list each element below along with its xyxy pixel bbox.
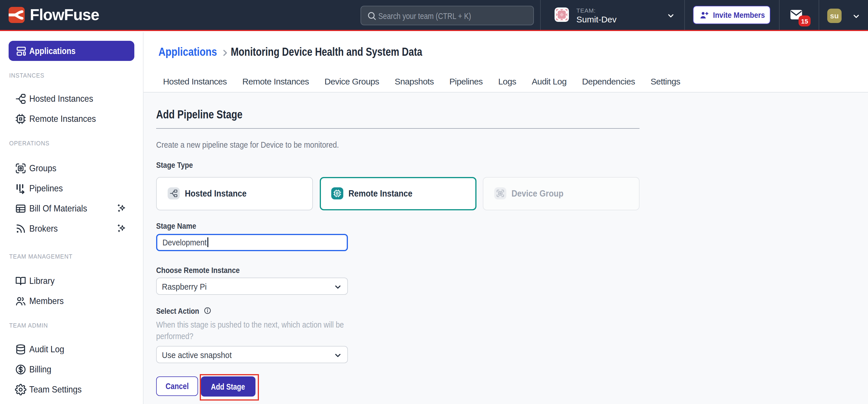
sidebar-item-audit-log[interactable]: Audit Log [0, 339, 143, 359]
action-select[interactable]: Use active snapshot [156, 346, 348, 364]
user-plus-icon [699, 10, 709, 20]
sidebar-item-billing[interactable]: Billing [0, 359, 143, 379]
remote-instance-icon [331, 187, 343, 199]
applications-icon [16, 45, 27, 57]
action-value: Use active snapshot [162, 350, 231, 360]
content: Add Pipeline Stage Create a new pipeline… [144, 92, 868, 401]
sidebar-item-pipelines[interactable]: Pipelines [0, 178, 143, 198]
topbar: FlowFuse Search your team (CTRL + K) [0, 0, 868, 31]
info-icon[interactable] [204, 307, 211, 314]
tab-bar: Hosted Instances Remote Instances Device… [158, 75, 685, 88]
sparkles-icon [117, 223, 127, 234]
sidebar-item-label: Remote Instances [29, 114, 96, 124]
sidebar-item-label: Groups [29, 163, 56, 173]
sidebar-item-hosted-instances[interactable]: Hosted Instances [0, 88, 143, 109]
billing-icon [15, 364, 26, 375]
brand[interactable]: FlowFuse [9, 7, 101, 23]
tab-audit-log[interactable]: Audit Log [527, 75, 571, 88]
team-label: TEAM: [577, 7, 596, 14]
page-title: Monitoring Device Health and System Data [231, 46, 422, 59]
sidebar-item-label: Members [29, 296, 64, 306]
add-stage-button[interactable]: Add Stage [201, 376, 255, 397]
hosted-instance-icon [167, 187, 180, 199]
stage-name-label: Stage Name [156, 221, 640, 230]
sidebar-section-title: INSTANCES [9, 71, 132, 79]
team-avatar[interactable] [555, 7, 569, 22]
brokers-icon [15, 223, 26, 234]
user-avatar[interactable]: su [827, 9, 842, 23]
sidebar-item-brokers[interactable]: Brokers [0, 219, 143, 238]
stage-type-option-label: Hosted Instance [185, 188, 247, 199]
sidebar: Applications INSTANCES Hosted Instances [0, 32, 144, 404]
form-description: Create a new pipeline stage for Device t… [156, 140, 572, 149]
remote-instances-icon [15, 113, 26, 124]
stage-type-label: Stage Type [156, 160, 640, 170]
tab-device-groups[interactable]: Device Groups [320, 75, 384, 88]
sidebar-item-members[interactable]: Members [0, 291, 143, 311]
sidebar-item-label: Library [29, 276, 55, 286]
search-input[interactable]: Search your team (CTRL + K) [361, 6, 534, 25]
page-header: Applications Monitoring Device Health an… [144, 32, 868, 92]
chevron-down-icon [334, 283, 342, 291]
team-chevron-down-icon[interactable] [666, 11, 675, 20]
sidebar-section-team-management: TEAM MANAGEMENT Library [0, 252, 143, 311]
choose-remote-instance-label: Choose Remote Instance [156, 265, 640, 275]
chevron-right-icon [220, 48, 229, 57]
team-name: Sumit-Dev [577, 15, 617, 24]
sidebar-item-applications[interactable]: Applications [9, 41, 134, 61]
sidebar-item-remote-instances[interactable]: Remote Instances [0, 109, 143, 129]
device-group-icon [494, 187, 506, 199]
annotation-highlight-box: Add Stage [200, 374, 259, 401]
pipelines-icon [15, 182, 26, 194]
cancel-button[interactable]: Cancel [156, 376, 198, 396]
sidebar-item-team-settings[interactable]: Team Settings [0, 379, 143, 399]
sparkles-icon [117, 203, 127, 213]
sidebar-item-library[interactable]: Library [0, 271, 143, 291]
stage-name-value: Development [162, 237, 207, 247]
search-icon [367, 11, 377, 20]
nav-divider [684, 0, 685, 30]
tab-logs[interactable]: Logs [494, 75, 521, 88]
stage-type-hosted-instance[interactable]: Hosted Instance [156, 177, 313, 210]
tab-settings[interactable]: Settings [646, 75, 685, 88]
tab-pipelines[interactable]: Pipelines [445, 75, 487, 88]
sidebar-item-label: Applications [29, 46, 75, 56]
sidebar-item-label: Hosted Instances [29, 93, 93, 104]
remote-instance-value: Raspberry Pi [162, 281, 207, 291]
tab-hosted-instances[interactable]: Hosted Instances [158, 75, 231, 88]
tab-snapshots[interactable]: Snapshots [390, 75, 438, 88]
nav-divider [818, 0, 819, 30]
sidebar-item-label: Pipelines [29, 183, 63, 193]
nav-divider [540, 0, 541, 30]
breadcrumb-applications-link[interactable]: Applications [158, 46, 217, 59]
sidebar-item-label: Billing [29, 364, 51, 374]
text-cursor [207, 237, 208, 247]
stage-type-option-label: Device Group [512, 188, 563, 199]
stage-type-device-group[interactable]: Device Group [483, 177, 640, 210]
app: FlowFuse Search your team (CTRL + K) [0, 0, 868, 404]
invite-members-label: Invite Members [713, 11, 765, 19]
stage-type-options: Hosted Instance Remote Instance [156, 177, 640, 210]
sidebar-item-bill-of-materials[interactable]: Bill Of Materials [0, 198, 143, 219]
remote-instance-select[interactable]: Raspberry Pi [156, 278, 348, 295]
sidebar-section-operations: OPERATIONS Groups [0, 139, 143, 238]
invite-members-button[interactable]: Invite Members [693, 6, 770, 24]
sidebar-item-label: Bill Of Materials [29, 203, 87, 213]
groups-icon [15, 162, 26, 174]
stage-name-input[interactable]: Development [156, 234, 348, 251]
audit-log-icon [15, 343, 26, 355]
sidebar-item-groups[interactable]: Groups [0, 158, 143, 178]
title-divider [156, 128, 640, 129]
tab-remote-instances[interactable]: Remote Instances [238, 75, 313, 88]
sidebar-section-instances: INSTANCES Hosted Instances [0, 71, 143, 129]
user-chevron-down-icon[interactable] [852, 12, 861, 21]
nav-divider [779, 0, 780, 30]
sidebar-item-label: Brokers [29, 223, 58, 234]
notification-count-badge[interactable]: 15 [799, 16, 811, 26]
brand-name: FlowFuse [30, 7, 99, 23]
form-title: Add Pipeline Stage [156, 108, 548, 121]
sidebar-section-team-admin: TEAM ADMIN Audit Log [0, 321, 143, 399]
tab-dependencies[interactable]: Dependencies [578, 75, 640, 88]
chevron-down-icon [334, 351, 342, 360]
stage-type-remote-instance[interactable]: Remote Instance [319, 177, 476, 210]
